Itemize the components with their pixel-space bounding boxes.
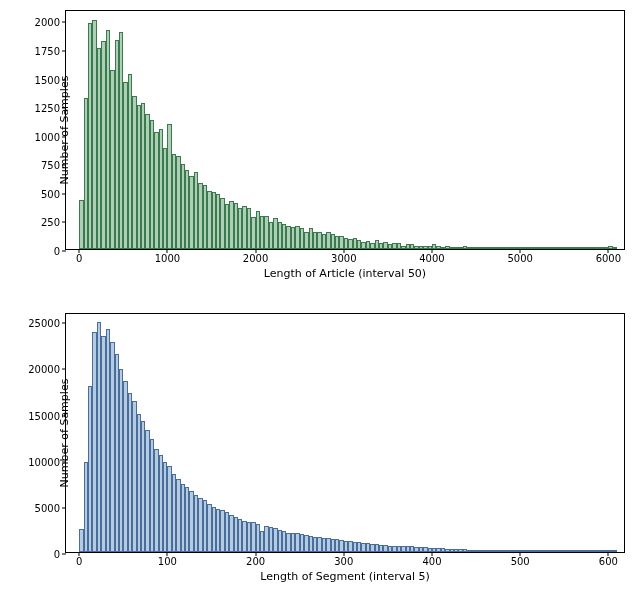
histogram-article-length: Length of Article (interval 50) Number o… [65, 10, 625, 250]
x-tick-label: 4000 [419, 253, 444, 264]
y-tick-label: 2000 [35, 17, 60, 28]
y-tick-label: 0 [54, 246, 60, 257]
y-tick-label: 1750 [35, 46, 60, 57]
y-axis-label: Number of Samples [58, 379, 71, 488]
y-tick-label: 750 [41, 160, 60, 171]
y-tick-label: 15000 [28, 410, 60, 421]
x-tick-label: 500 [511, 556, 530, 567]
x-tick-label: 0 [76, 253, 82, 264]
y-tick-label: 1000 [35, 131, 60, 142]
x-tick-label: 0 [76, 556, 82, 567]
x-tick-label: 3000 [331, 253, 356, 264]
x-tick-label: 400 [422, 556, 441, 567]
y-tick-label: 5000 [35, 502, 60, 513]
figure: Length of Article (interval 50) Number o… [0, 0, 640, 591]
x-tick-label: 600 [599, 556, 618, 567]
y-tick-label: 10000 [28, 456, 60, 467]
x-tick-label: 6000 [596, 253, 621, 264]
x-axis-label: Length of Article (interval 50) [264, 267, 426, 280]
x-tick-label: 100 [158, 556, 177, 567]
y-tick-label: 250 [41, 217, 60, 228]
plot-area [66, 314, 624, 552]
y-tick-label: 1500 [35, 74, 60, 85]
histogram-bar [613, 247, 617, 249]
x-axis-label: Length of Segment (interval 5) [260, 570, 430, 583]
y-tick-label: 500 [41, 188, 60, 199]
plot-area [66, 11, 624, 249]
x-tick-label: 200 [246, 556, 265, 567]
x-tick-label: 5000 [507, 253, 532, 264]
y-tick-label: 20000 [28, 364, 60, 375]
y-tick-label: 0 [54, 549, 60, 560]
x-tick-label: 1000 [155, 253, 180, 264]
x-tick-label: 300 [334, 556, 353, 567]
histogram-segment-length: Length of Segment (interval 5) Number of… [65, 313, 625, 553]
y-tick-label: 25000 [28, 318, 60, 329]
x-tick-label: 2000 [243, 253, 268, 264]
y-tick-label: 1250 [35, 103, 60, 114]
histogram-bar [613, 550, 617, 552]
